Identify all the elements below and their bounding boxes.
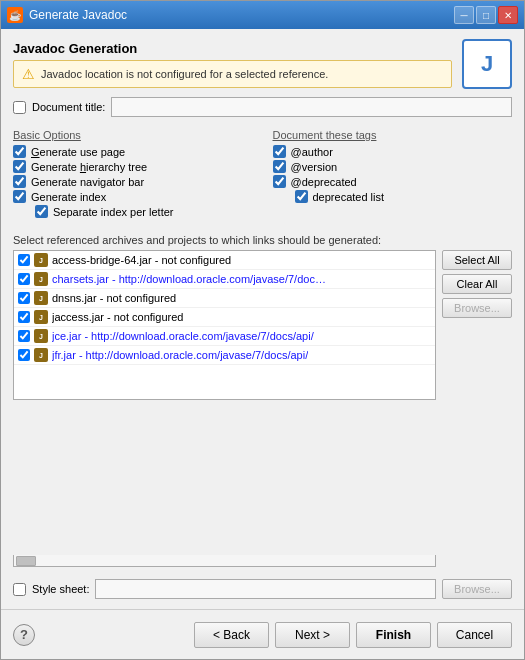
app-icon: ☕: [7, 7, 23, 23]
title-bar: ☕ Generate Javadoc ─ □ ✕: [1, 1, 524, 29]
options-columns: Basic Options Generate use page Generate…: [13, 129, 512, 220]
basic-opt-2-label: Generate hierarchy tree: [31, 161, 147, 173]
doc-title-label: Document title:: [32, 101, 105, 113]
list-item[interactable]: J dnsns.jar - not configured: [14, 289, 435, 308]
list-item[interactable]: J access-bridge-64.jar - not configured: [14, 251, 435, 270]
stylesheet-row: Style sheet: Browse...: [13, 579, 512, 599]
list-item[interactable]: J jaccess.jar - not configured: [14, 308, 435, 327]
list-item[interactable]: J charsets.jar - http://download.oracle.…: [14, 270, 435, 289]
archive-item-text-6: jfr.jar - http://download.oracle.com/jav…: [52, 349, 308, 361]
doc-title-row: Document title:: [13, 97, 512, 117]
jar-icon-6: J: [34, 348, 48, 362]
tag-opt-1-check[interactable]: [273, 145, 286, 158]
basic-opt-1: Generate use page: [13, 145, 253, 158]
stylesheet-checkbox[interactable]: [13, 583, 26, 596]
archive-label: Select referenced archives and projects …: [13, 234, 512, 246]
tag-opt-2-label: @version: [291, 161, 338, 173]
archive-list-container: J access-bridge-64.jar - not configured …: [13, 250, 436, 400]
list-item[interactable]: J jfr.jar - http://download.oracle.com/j…: [14, 346, 435, 365]
archive-item-check-3[interactable]: [18, 292, 30, 304]
basic-options-title: Basic Options: [13, 129, 253, 141]
window-controls: ─ □ ✕: [454, 6, 518, 24]
cancel-button[interactable]: Cancel: [437, 622, 512, 648]
warning-text: Javadoc location is not configured for a…: [41, 68, 328, 80]
basic-opt-4-label: Generate index: [31, 191, 106, 203]
tag-opt-4-label: deprecated list: [313, 191, 385, 203]
minimize-button[interactable]: ─: [454, 6, 474, 24]
archive-item-text-3: dnsns.jar - not configured: [52, 292, 176, 304]
dialog-content: Javadoc Generation ⚠ Javadoc location is…: [1, 29, 524, 609]
doc-title-checkbox[interactable]: [13, 101, 26, 114]
nav-buttons: < Back Next > Finish Cancel: [194, 622, 512, 648]
clear-all-button[interactable]: Clear All: [442, 274, 512, 294]
jar-icon-3: J: [34, 291, 48, 305]
help-button[interactable]: ?: [13, 624, 35, 646]
tag-opt-1: @author: [273, 145, 513, 158]
basic-opt-3-label: Generate navigator bar: [31, 176, 144, 188]
archive-item-check-6[interactable]: [18, 349, 30, 361]
tag-opt-4-check[interactable]: [295, 190, 308, 203]
basic-opt-1-check[interactable]: [13, 145, 26, 158]
basic-opt-4: Generate index: [13, 190, 253, 203]
archive-item-check-4[interactable]: [18, 311, 30, 323]
tag-opt-3-check[interactable]: [273, 175, 286, 188]
bottom-bar: ? < Back Next > Finish Cancel: [1, 609, 524, 659]
next-button[interactable]: Next >: [275, 622, 350, 648]
doc-title-input[interactable]: [111, 97, 512, 117]
tag-opt-4: deprecated list: [295, 190, 513, 203]
window-title: Generate Javadoc: [29, 8, 127, 22]
warning-icon: ⚠: [22, 66, 35, 82]
tag-opt-2: @version: [273, 160, 513, 173]
header-left: Javadoc Generation ⚠ Javadoc location is…: [13, 41, 452, 88]
archive-section: Select referenced archives and projects …: [13, 234, 512, 567]
archive-list: J access-bridge-64.jar - not configured …: [14, 251, 435, 399]
tag-opt-2-check[interactable]: [273, 160, 286, 173]
scrollbar-thumb-h: [16, 556, 36, 566]
doc-tags-col: Document these tags @author @version @de…: [273, 129, 513, 220]
basic-opt-5-label: Separate index per letter: [53, 206, 173, 218]
list-item[interactable]: J jce.jar - http://download.oracle.com/j…: [14, 327, 435, 346]
basic-opt-5-check[interactable]: [35, 205, 48, 218]
jar-icon-4: J: [34, 310, 48, 324]
jar-icon-5: J: [34, 329, 48, 343]
doc-tags-title: Document these tags: [273, 129, 513, 141]
select-all-button[interactable]: Select All: [442, 250, 512, 270]
archive-item-text-5: jce.jar - http://download.oracle.com/jav…: [52, 330, 314, 342]
basic-opt-4-check[interactable]: [13, 190, 26, 203]
header-row: Javadoc Generation ⚠ Javadoc location is…: [13, 39, 512, 89]
basic-options-col: Basic Options Generate use page Generate…: [13, 129, 253, 220]
archive-item-text-1: access-bridge-64.jar - not configured: [52, 254, 231, 266]
archive-content: J access-bridge-64.jar - not configured …: [13, 250, 512, 555]
finish-button[interactable]: Finish: [356, 622, 431, 648]
archive-item-text-2: charsets.jar - http://download.oracle.co…: [52, 273, 326, 285]
horizontal-scrollbar[interactable]: [13, 555, 436, 567]
archive-item-check-1[interactable]: [18, 254, 30, 266]
maximize-button[interactable]: □: [476, 6, 496, 24]
stylesheet-input[interactable]: [95, 579, 436, 599]
warning-box: ⚠ Javadoc location is not configured for…: [13, 60, 452, 88]
basic-opt-3: Generate navigator bar: [13, 175, 253, 188]
basic-opt-3-check[interactable]: [13, 175, 26, 188]
main-window: ☕ Generate Javadoc ─ □ ✕ Javadoc Generat…: [0, 0, 525, 660]
back-button[interactable]: < Back: [194, 622, 269, 648]
basic-opt-2: Generate hierarchy tree: [13, 160, 253, 173]
tag-opt-3-label: @deprecated: [291, 176, 357, 188]
jar-icon-2: J: [34, 272, 48, 286]
jar-icon-1: J: [34, 253, 48, 267]
stylesheet-label: Style sheet:: [32, 583, 89, 595]
basic-opt-1-label: Generate use page: [31, 146, 125, 158]
javadoc-logo: J: [462, 39, 512, 89]
archive-item-check-5[interactable]: [18, 330, 30, 342]
title-bar-left: ☕ Generate Javadoc: [7, 7, 127, 23]
archive-buttons: Select All Clear All Browse...: [442, 250, 512, 555]
archive-item-check-2[interactable]: [18, 273, 30, 285]
tag-opt-1-label: @author: [291, 146, 333, 158]
browse-button[interactable]: Browse...: [442, 298, 512, 318]
close-button[interactable]: ✕: [498, 6, 518, 24]
stylesheet-browse-button[interactable]: Browse...: [442, 579, 512, 599]
basic-opt-2-check[interactable]: [13, 160, 26, 173]
basic-opt-5: Separate index per letter: [35, 205, 253, 218]
tag-opt-3: @deprecated: [273, 175, 513, 188]
archive-item-text-4: jaccess.jar - not configured: [52, 311, 183, 323]
dialog-title: Javadoc Generation: [13, 41, 452, 56]
